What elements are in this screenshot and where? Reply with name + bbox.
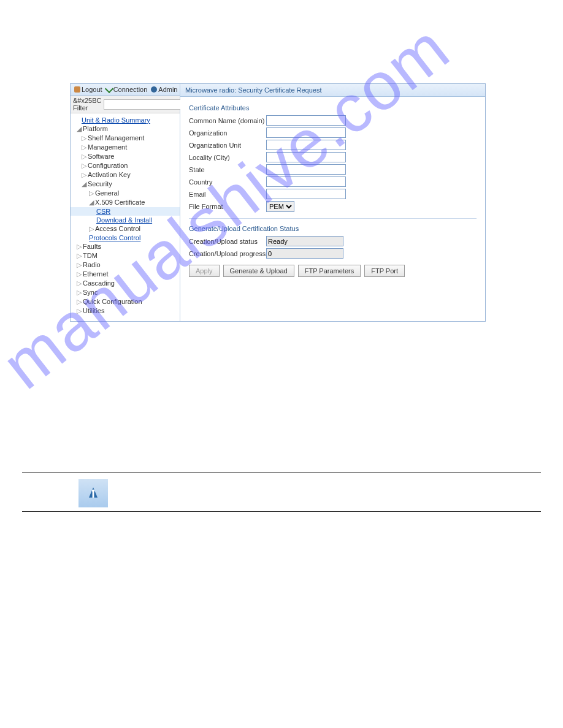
expand-icon: ▷ — [77, 289, 82, 297]
state-input[interactable] — [266, 164, 346, 175]
tree-software[interactable]: ▷Software — [71, 152, 180, 161]
common-name-input[interactable] — [266, 115, 346, 126]
tree-general[interactable]: ▷General — [71, 189, 180, 198]
connection-label: Connection — [113, 86, 148, 93]
tree-x509[interactable]: ◢X.509 Certificate — [71, 198, 180, 207]
email-label: Email — [189, 191, 266, 198]
tree-management[interactable]: ▷Management — [71, 143, 180, 152]
ftp-parameters-button[interactable]: FTP Parameters — [298, 265, 361, 277]
svg-rect-2 — [93, 491, 94, 498]
locality-input[interactable] — [266, 152, 346, 162]
common-name-label: Common Name (domain) — [189, 117, 266, 124]
expand-icon: ▷ — [77, 243, 82, 251]
nav-tree: Unit & Radio Summary ◢Platform ▷Shelf Ma… — [71, 113, 180, 318]
country-input[interactable] — [266, 176, 346, 187]
admin-link[interactable]: Admin — [151, 86, 177, 93]
footer-rule-bottom — [22, 511, 541, 512]
button-row: Apply Generate & Upload FTP Parameters F… — [189, 265, 477, 277]
tree-unit-radio[interactable]: Unit & Radio Summary — [71, 116, 180, 124]
expand-icon: ▷ — [77, 279, 82, 287]
tree-cascading[interactable]: ▷Cascading — [71, 279, 180, 288]
expand-icon: ▷ — [82, 162, 86, 170]
country-label: Country — [189, 178, 266, 186]
check-icon — [105, 85, 113, 93]
status-section-title: Generate/Upload Certification Status — [189, 225, 477, 232]
expand-icon: ▷ — [77, 298, 82, 306]
cert-section-title: Certificate Attributes — [189, 104, 477, 112]
generate-upload-button[interactable]: Generate & Upload — [223, 265, 294, 277]
filter-label: &#x25BC Filter — [73, 97, 101, 112]
tree-sync[interactable]: ▷Sync — [71, 288, 180, 297]
tree-shelf[interactable]: ▷Shelf Management — [71, 134, 180, 143]
tree-faults[interactable]: ▷Faults — [71, 242, 180, 251]
connection-link[interactable]: Connection — [106, 86, 148, 93]
tree-radio[interactable]: ▷Radio — [71, 260, 180, 270]
expand-icon: ▷ — [77, 252, 82, 260]
tree-csr[interactable]: CSR — [71, 207, 180, 216]
expand-icon: ▷ — [82, 143, 86, 151]
expand-icon: ▷ — [82, 134, 86, 142]
email-input[interactable] — [266, 189, 346, 199]
expand-icon: ▷ — [77, 261, 82, 269]
filter-input[interactable] — [104, 99, 184, 110]
sidebar: Logout Connection Admin &#x25BC Filter ×… — [71, 84, 180, 321]
organization-label: Organization — [189, 129, 266, 137]
collapse-icon: ◢ — [77, 125, 82, 133]
state-label: State — [189, 166, 266, 173]
progress-value — [266, 248, 343, 259]
tree-download[interactable]: Download & Install — [71, 216, 180, 224]
tree-quick[interactable]: ▷Quick Configuration — [71, 297, 180, 306]
antenna-icon — [85, 485, 102, 502]
tree-tdm[interactable]: ▷TDM — [71, 251, 180, 260]
file-format-select[interactable]: PEM — [266, 201, 294, 212]
tree-protocols[interactable]: Protocols Control — [71, 233, 180, 242]
org-unit-label: Organization Unit — [189, 142, 266, 149]
tree-platform[interactable]: ◢Platform — [71, 124, 180, 134]
progress-label: Creation/Upload progress — [189, 250, 266, 257]
tree-access[interactable]: ▷Access Control — [71, 224, 180, 233]
logout-icon — [74, 86, 80, 93]
tree-ethernet[interactable]: ▷Ethernet — [71, 270, 180, 279]
org-unit-input[interactable] — [266, 140, 346, 150]
main-body: Certificate Attributes Common Name (doma… — [180, 97, 485, 321]
status-value — [266, 236, 343, 246]
expand-icon: ▷ — [77, 307, 82, 315]
status-label: Creation/Upload status — [189, 238, 266, 245]
footer-logo — [79, 479, 108, 507]
ftp-port-button[interactable]: FTP Port — [364, 265, 405, 277]
tree-security[interactable]: ◢Security — [71, 180, 180, 189]
admin-label: Admin — [158, 86, 177, 93]
collapse-icon: ◢ — [89, 199, 94, 207]
locality-label: Locality (City) — [189, 154, 266, 161]
expand-icon: ▷ — [89, 189, 94, 197]
logout-link[interactable]: Logout — [74, 86, 102, 93]
tree-activation[interactable]: ▷Activation Key — [71, 170, 180, 180]
expand-icon: ▷ — [89, 225, 94, 233]
user-icon — [151, 86, 157, 93]
divider — [189, 218, 477, 219]
collapse-icon: ◢ — [82, 180, 86, 188]
app-window: Logout Connection Admin &#x25BC Filter ×… — [70, 83, 486, 322]
main-panel: Microwave radio: Security Certificate Re… — [180, 84, 485, 321]
toolbar: Logout Connection Admin — [71, 84, 180, 96]
organization-input[interactable] — [266, 127, 346, 138]
tree-utilities[interactable]: ▷Utilities — [71, 306, 180, 316]
expand-icon: ▷ — [82, 171, 86, 179]
filter-bar: &#x25BC Filter × — [71, 96, 180, 113]
file-format-label: File Format — [189, 203, 266, 210]
footer-rule-top — [22, 472, 541, 472]
page-title: Microwave radio: Security Certificate Re… — [180, 84, 485, 97]
apply-button[interactable]: Apply — [189, 265, 220, 277]
logout-label: Logout — [82, 86, 102, 93]
expand-icon: ▷ — [82, 153, 86, 161]
tree-configuration[interactable]: ▷Configuration — [71, 161, 180, 170]
expand-icon: ▷ — [77, 270, 82, 278]
